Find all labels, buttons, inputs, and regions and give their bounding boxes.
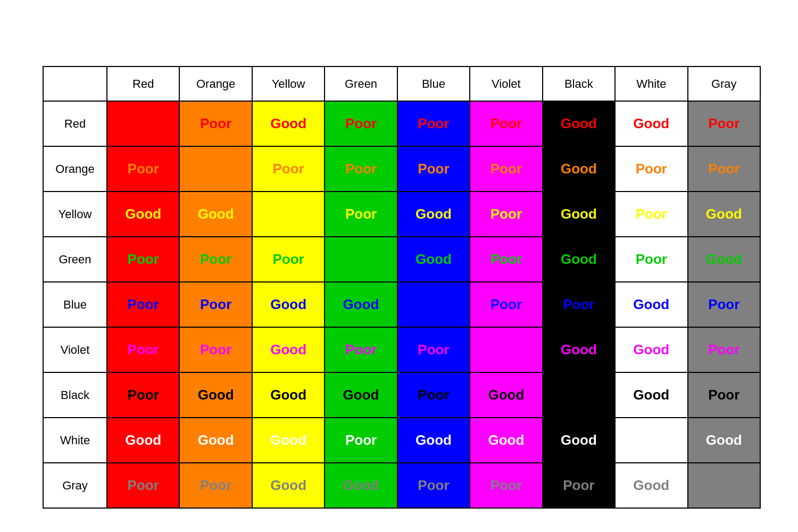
- cell-text: Poor: [563, 296, 594, 312]
- cell-gray-red: Poor: [107, 463, 179, 508]
- row-label-yellow: Yellow: [43, 192, 107, 237]
- cell-text: Good: [415, 251, 452, 267]
- cell-text: Poor: [272, 161, 304, 177]
- cell-gray-black: Poor: [543, 463, 615, 508]
- cell-text: Poor: [491, 296, 522, 312]
- cell-violet-orange: Poor: [179, 327, 252, 372]
- cell-text: Poor: [491, 206, 522, 222]
- cell-text: Poor: [418, 477, 449, 493]
- corner-cell: [43, 66, 107, 101]
- cell-text: Poor: [418, 161, 449, 177]
- cell-yellow-violet: Poor: [470, 192, 542, 237]
- cell-black-orange: Good: [179, 372, 252, 418]
- cell-yellow-red: Good: [107, 192, 179, 237]
- cell-yellow-black: Good: [543, 192, 615, 237]
- cell-text: Poor: [200, 477, 231, 493]
- cell-text: Poor: [345, 342, 377, 358]
- cell-gray-orange: Poor: [179, 463, 252, 508]
- table-row: OrangePoorPoorPoorPoorPoorGoodPoorPoor: [43, 146, 760, 192]
- cell-text: Good: [633, 342, 669, 358]
- cell-violet-green: Poor: [325, 327, 397, 372]
- header-row: RedOrangeYellowGreenBlueVioletBlackWhite…: [43, 66, 760, 101]
- cell-text: Good: [198, 432, 234, 448]
- cell-white-white: [615, 418, 687, 463]
- cell-text: Poor: [200, 115, 231, 131]
- cell-orange-yellow: Poor: [252, 146, 325, 192]
- cell-black-violet: Good: [470, 372, 542, 418]
- cell-blue-green: Good: [325, 282, 397, 327]
- cell-text: Poor: [636, 206, 667, 222]
- cell-white-violet: Good: [470, 418, 542, 463]
- cell-text: Good: [343, 387, 379, 403]
- cell-text: Good: [125, 206, 161, 222]
- cell-text: Good: [561, 342, 597, 358]
- col-header-violet: Violet: [470, 66, 542, 101]
- cell-text: Good: [270, 115, 306, 131]
- cell-text: Poor: [491, 251, 522, 267]
- col-header-red: Red: [107, 66, 179, 101]
- cell-text: Good: [633, 296, 669, 312]
- cell-text: Good: [561, 161, 597, 177]
- cell-text: Poor: [708, 161, 739, 177]
- col-header-white: White: [615, 66, 687, 101]
- cell-black-red: Poor: [107, 372, 179, 418]
- col-header-orange: Orange: [179, 66, 252, 101]
- cell-orange-red: Poor: [107, 146, 179, 192]
- table-row: GrayPoorPoorGoodGoodPoorPoorPoorGood: [43, 463, 760, 508]
- cell-text: Good: [270, 477, 306, 493]
- cell-black-green: Good: [325, 372, 397, 418]
- cell-text: Poor: [636, 161, 667, 177]
- cell-green-black: Good: [543, 237, 615, 282]
- table-row: RedPoorGoodPoorPoorPoorGoodGoodPoor: [43, 101, 760, 146]
- cell-text: Good: [125, 432, 161, 448]
- cell-blue-violet: Poor: [470, 282, 542, 327]
- table-row: VioletPoorPoorGoodPoorPoorGoodGoodPoor: [43, 327, 760, 372]
- cell-text: Good: [561, 115, 597, 131]
- cell-blue-blue: [397, 282, 470, 327]
- cell-red-green: Poor: [325, 101, 397, 146]
- cell-text: Poor: [128, 296, 159, 312]
- cell-blue-yellow: Good: [252, 282, 325, 327]
- cell-black-gray: Poor: [688, 372, 761, 418]
- cell-text: Good: [415, 206, 452, 222]
- cell-text: Poor: [345, 161, 377, 177]
- cell-text: Poor: [345, 115, 377, 131]
- cell-text: Poor: [418, 115, 449, 131]
- cell-red-orange: Poor: [179, 101, 252, 146]
- cell-yellow-white: Poor: [615, 192, 687, 237]
- cell-text: Poor: [272, 251, 304, 267]
- cell-violet-black: Good: [543, 327, 615, 372]
- cell-red-violet: Poor: [470, 101, 542, 146]
- cell-yellow-green: Poor: [325, 192, 397, 237]
- cell-blue-red: Poor: [107, 282, 179, 327]
- cell-violet-yellow: Good: [252, 327, 325, 372]
- row-label-orange: Orange: [43, 146, 107, 192]
- cell-text: Good: [270, 432, 306, 448]
- cell-text: Poor: [491, 161, 522, 177]
- cell-blue-black: Poor: [543, 282, 615, 327]
- cell-white-gray: Good: [688, 418, 761, 463]
- cell-text: Poor: [491, 477, 522, 493]
- cell-red-gray: Poor: [688, 101, 761, 146]
- row-label-white: White: [43, 418, 107, 463]
- cell-yellow-orange: Good: [179, 192, 252, 237]
- cell-red-red: [107, 101, 179, 146]
- cell-violet-violet: [470, 327, 542, 372]
- cell-green-gray: Good: [688, 237, 761, 282]
- row-label-black: Black: [43, 372, 107, 418]
- col-header-green: Green: [325, 66, 397, 101]
- cell-violet-white: Good: [615, 327, 687, 372]
- cell-white-blue: Good: [397, 418, 470, 463]
- main-container: RedOrangeYellowGreenBlueVioletBlackWhite…: [27, 0, 771, 532]
- cell-black-blue: Poor: [397, 372, 470, 418]
- row-label-violet: Violet: [43, 327, 107, 372]
- cell-text: Poor: [563, 477, 594, 493]
- cell-orange-violet: Poor: [470, 146, 542, 192]
- cell-orange-white: Poor: [615, 146, 687, 192]
- cell-green-violet: Poor: [470, 237, 542, 282]
- cell-text: Good: [270, 342, 306, 358]
- cell-white-green: Poor: [325, 418, 397, 463]
- cell-red-blue: Poor: [397, 101, 470, 146]
- cell-text: Good: [270, 387, 306, 403]
- cell-text: Good: [343, 477, 379, 493]
